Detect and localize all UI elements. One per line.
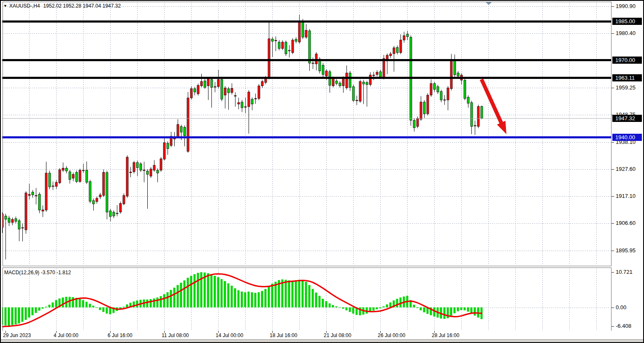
candle-body: [224, 88, 226, 95]
time-axis[interactable]: 29 Jun 20234 Jul 00:006 Jul 16:0011 Jul …: [1, 331, 612, 340]
macd-bar: [82, 300, 84, 307]
macd-bar: [271, 284, 273, 307]
macd-bar: [197, 273, 199, 308]
candle: [258, 84, 260, 100]
candle-body: [52, 186, 54, 186]
macd-bar: [8, 308, 10, 326]
candle: [336, 79, 338, 86]
macd-bar: [420, 308, 422, 311]
candle: [366, 81, 368, 107]
candle: [413, 119, 415, 132]
candle: [116, 205, 118, 216]
macd-bar: [258, 292, 260, 308]
macd-bar: [292, 281, 294, 307]
macd-bar: [248, 292, 250, 307]
macd-bar: [467, 308, 469, 312]
macd-bar: [373, 308, 375, 311]
candle-body: [150, 169, 152, 176]
candle-body: [258, 86, 260, 98]
candle: [231, 83, 233, 95]
macd-bar: [190, 276, 192, 308]
candle-body: [187, 98, 189, 151]
macd-bar: [15, 308, 17, 324]
candle-body: [231, 89, 233, 93]
candle-body: [440, 92, 442, 100]
price-tick-label: 1990.90: [616, 3, 636, 9]
candle-body: [298, 21, 300, 42]
macd-bar: [86, 302, 88, 307]
symbol-dropdown-icon: ▼: [3, 4, 7, 8]
candle: [356, 96, 358, 105]
macd-bar: [261, 291, 263, 308]
candle: [15, 216, 17, 223]
candle: [369, 72, 371, 86]
candle: [352, 85, 354, 102]
macd-pane-canvas[interactable]: [2, 267, 612, 332]
macd-bar: [22, 308, 24, 322]
chart-shift-marker[interactable]: [485, 2, 492, 5]
macd-bar: [5, 308, 7, 326]
candle-body: [123, 195, 125, 204]
macd-bar: [315, 292, 317, 307]
candle-body: [281, 42, 284, 49]
macd-bar: [295, 281, 297, 308]
price-pane-border: [3, 2, 612, 266]
macd-bar: [312, 289, 314, 308]
candle: [140, 162, 142, 172]
candle: [170, 132, 172, 147]
candle: [406, 31, 409, 40]
candle: [437, 85, 439, 94]
candle: [268, 22, 270, 79]
candle-body: [133, 162, 135, 172]
candle: [146, 169, 149, 209]
price-axis[interactable]: 1990.901980.401959.251948.751938.101927.…: [612, 1, 644, 343]
macd-bar: [184, 281, 186, 308]
candle-body: [261, 81, 263, 86]
price-axis-tick: [612, 223, 614, 224]
candle: [477, 105, 479, 128]
candle: [275, 36, 277, 51]
candle-body: [477, 106, 479, 127]
macd-bar: [234, 288, 236, 307]
candle: [298, 15, 300, 43]
candle-body: [241, 102, 243, 108]
grid-layer: [3, 2, 611, 265]
candle-body: [72, 174, 74, 178]
price-chart-canvas[interactable]: [2, 1, 612, 267]
price-badge-1985.00: 1985.00: [612, 18, 642, 25]
candle: [143, 162, 145, 182]
candle-body: [227, 89, 230, 93]
macd-bar: [42, 308, 44, 309]
macd-bar: [386, 304, 388, 307]
candle-body: [417, 118, 419, 127]
candle: [92, 199, 95, 211]
candle: [42, 205, 44, 217]
candle: [427, 93, 429, 115]
candle: [444, 95, 446, 105]
candle: [251, 97, 253, 110]
candle-body: [369, 75, 371, 85]
candle: [109, 209, 111, 221]
candle: [481, 105, 483, 119]
candle-body: [325, 71, 327, 76]
candle-body: [373, 75, 375, 76]
ohlc-values: 1952.02 1952.28 1947.04 1947.32: [43, 3, 121, 9]
macd-bar: [383, 306, 385, 307]
macd-bar: [460, 308, 463, 310]
price-tick-label: 1895.95: [616, 247, 636, 254]
candle-body: [177, 124, 179, 137]
macd-bar: [231, 286, 233, 307]
macd-tick-label: 0.00: [616, 304, 626, 311]
candle-body: [393, 48, 395, 54]
macd-bar: [106, 308, 108, 314]
candle-body: [38, 194, 41, 210]
macd-bar: [35, 308, 37, 313]
macd-bar: [136, 300, 138, 307]
trend-arrow[interactable]: [482, 79, 506, 134]
candle: [386, 54, 388, 74]
macd-bar: [339, 308, 341, 308]
macd-bar: [103, 308, 105, 312]
macd-bar: [52, 302, 54, 308]
macd-bar: [221, 279, 223, 308]
candle-body: [82, 170, 84, 170]
